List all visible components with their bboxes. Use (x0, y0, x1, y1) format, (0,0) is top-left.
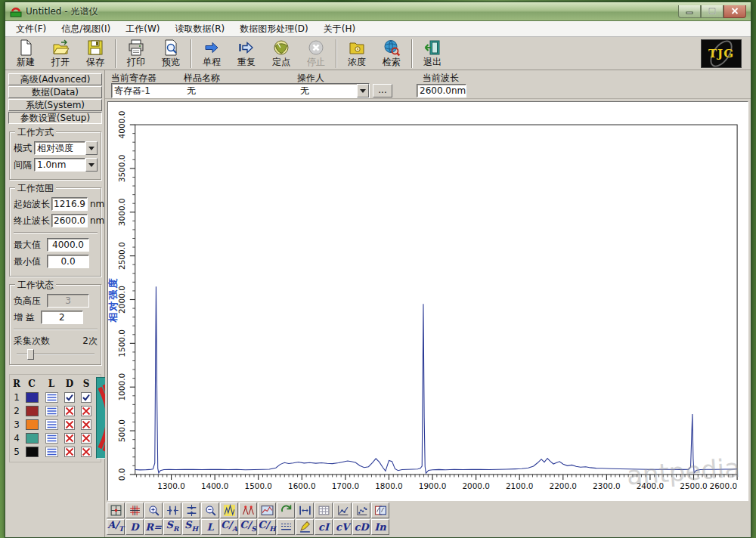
menu-item-0[interactable]: 文件(F) (8, 21, 54, 37)
search-button[interactable]: 检索 (374, 38, 409, 69)
more-options-button[interactable]: ... (373, 84, 392, 97)
trace-save-checkbox[interactable] (78, 392, 94, 403)
ci-button[interactable]: cI (314, 519, 333, 535)
peak-mark-button[interactable] (239, 502, 257, 518)
trace-display-checkbox[interactable] (61, 433, 78, 444)
spectrum-view-button[interactable] (258, 502, 276, 518)
sidebar-tab-1[interactable]: 数据(Data) (8, 86, 102, 98)
trace-color-swatch[interactable] (22, 406, 42, 416)
minimize-button[interactable] (678, 5, 701, 18)
log-button[interactable]: L (201, 519, 219, 535)
menu-item-5[interactable]: 关于(H) (316, 21, 363, 37)
acquisitions-slider[interactable] (17, 354, 94, 355)
trace-color-swatch[interactable] (22, 419, 42, 430)
sidebar-tab-3[interactable]: 参数设置(Setup) (8, 112, 102, 124)
scatter-plot-button[interactable] (352, 502, 370, 518)
sidebar-tab-0[interactable]: 高级(Advanced) (8, 73, 102, 85)
baseline-button[interactable] (277, 519, 295, 535)
preview-button[interactable]: 预览 (153, 38, 188, 69)
combo-dropdown-icon[interactable] (357, 84, 369, 97)
abs-trans-button[interactable]: A/T (107, 519, 125, 535)
trace-save-checkbox[interactable] (78, 433, 94, 444)
concentration-button[interactable]: 浓度 (339, 38, 374, 69)
trace-display-checkbox[interactable] (61, 419, 78, 430)
cd-button[interactable]: cD (352, 519, 370, 535)
interval-dropdown-icon[interactable] (85, 158, 98, 172)
gain-input[interactable]: 2 (41, 311, 83, 324)
menu-item-3[interactable]: 读取数据(R) (167, 21, 232, 37)
conc-h-button[interactable]: C/H (258, 519, 276, 535)
data-table-button[interactable] (314, 502, 333, 518)
exit-button[interactable]: 退出 (415, 38, 450, 69)
repeat-scan-button[interactable]: 重复 (229, 38, 264, 69)
refresh-button[interactable] (277, 502, 295, 518)
open-folder-icon (51, 39, 70, 57)
max-value-input[interactable]: 4000.0 (47, 238, 89, 252)
cv-button[interactable]: cV (333, 519, 352, 535)
grid-cursor-button[interactable] (125, 502, 144, 518)
register-combo[interactable]: 寄存器-1 无 无 (111, 83, 370, 98)
trace-display-checkbox[interactable] (61, 447, 78, 457)
annotate-button[interactable] (296, 519, 314, 535)
new-button[interactable]: 新建 (8, 38, 43, 69)
zoom-in-button[interactable] (144, 502, 163, 518)
exit-label: 退出 (423, 57, 442, 67)
trace-index: 1 (11, 392, 22, 403)
close-button[interactable] (723, 5, 746, 18)
slider-thumb[interactable] (27, 349, 34, 360)
trace-linestyle-button[interactable] (42, 433, 61, 444)
save-button[interactable]: 保存 (78, 38, 113, 69)
trace-color-swatch[interactable] (22, 447, 42, 457)
plot-frame (135, 125, 737, 475)
save-label: 保存 (86, 57, 104, 67)
trace-linestyle-button[interactable] (42, 447, 61, 457)
interval-select[interactable]: 1.0nm (34, 158, 85, 172)
mode-select[interactable]: 相对强度 (34, 141, 85, 155)
integrate-button[interactable]: In (371, 519, 389, 535)
trace-display-checkbox[interactable] (61, 392, 78, 403)
open-button[interactable]: 打开 (43, 38, 78, 69)
trace-color-swatch[interactable] (22, 433, 42, 444)
ratio-button[interactable]: R= (144, 519, 163, 535)
start-wavelength-input[interactable]: 1216.9 (51, 197, 88, 211)
mode-dropdown-icon[interactable] (85, 141, 98, 155)
trace-color-swatch[interactable] (22, 392, 42, 403)
axis-cursor-button[interactable] (107, 502, 125, 518)
fixed-point-button[interactable]: 定点 (264, 38, 299, 69)
derivative-button[interactable]: D (125, 519, 144, 535)
maximize-button[interactable] (701, 5, 723, 18)
end-wavelength-label: 终止波长 (14, 215, 50, 227)
stretch-y-button[interactable] (182, 502, 200, 518)
sample-value: 无 (184, 85, 298, 97)
trace-linestyle-button[interactable] (42, 406, 61, 416)
full-range-button[interactable] (296, 502, 314, 518)
trace-save-checkbox[interactable] (78, 406, 94, 416)
title-bar[interactable]: Untitled - 光谱仪 (5, 2, 751, 21)
stretch-x-button[interactable] (163, 502, 181, 518)
min-value-input[interactable]: 0.0 (47, 255, 89, 268)
menu-item-1[interactable]: 信息/视图(I) (54, 21, 118, 37)
spectrum-r-label: SR (166, 520, 179, 534)
trace-save-checkbox[interactable] (78, 447, 94, 457)
trace-save-checkbox[interactable] (78, 419, 94, 430)
trace-linestyle-button[interactable] (42, 392, 61, 403)
spectrum-chart[interactable]: 1300.01400.01500.01600.01700.01800.01900… (107, 101, 748, 501)
conc-a-button[interactable]: C/A (220, 519, 238, 535)
toolbar-separator (336, 39, 337, 68)
trace-linestyle-button[interactable] (42, 419, 61, 430)
single-scan-button[interactable]: 单程 (194, 38, 229, 69)
line-plot-button[interactable] (333, 502, 352, 518)
peak-search-button[interactable] (220, 502, 238, 518)
menu-item-2[interactable]: 工作(W) (118, 21, 167, 37)
menu-item-4[interactable]: 数据图形处理(D) (232, 21, 316, 37)
spectrum-r-button[interactable]: SR (163, 519, 181, 535)
spectrum-h-button[interactable]: SH (182, 519, 200, 535)
print-button[interactable]: 打印 (119, 38, 153, 69)
sidebar-tab-2[interactable]: 系统(System) (8, 99, 102, 111)
conc-s-button[interactable]: C/S (239, 519, 257, 535)
end-wavelength-input[interactable]: 2600.0 (51, 214, 88, 227)
zoom-out-button[interactable] (201, 502, 219, 518)
work-range-group: 工作范围 起始波长 1216.9 nm 终止波长 2600.0 nm 最大值 (9, 187, 101, 277)
trace-display-checkbox[interactable] (61, 406, 78, 416)
compare-windows-button[interactable] (371, 502, 389, 518)
